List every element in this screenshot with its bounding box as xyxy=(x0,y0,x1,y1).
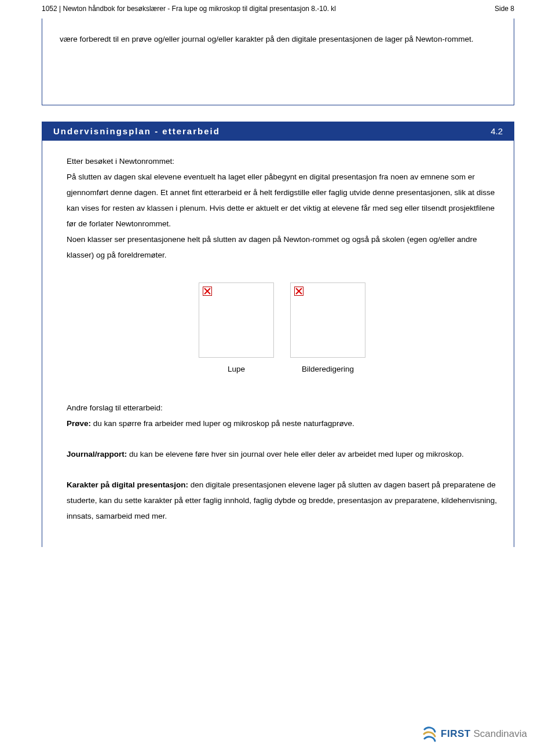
journal-label: Journal/rapport: xyxy=(67,450,127,458)
header-left: 1052 | Newton håndbok for besøkslærer - … xyxy=(42,5,336,13)
broken-image-icon xyxy=(203,287,212,296)
section-title: Undervisningsplan - etterarbeid xyxy=(53,126,220,136)
broken-image-icon xyxy=(294,287,303,296)
section-header-bar: Undervisningsplan - etterarbeid 4.2 xyxy=(42,122,514,141)
broken-image-placeholder xyxy=(199,282,274,358)
journal-line: Journal/rapport: du kan be elevene føre … xyxy=(67,446,498,462)
logo-text: FIRST Scandinavia xyxy=(441,728,527,740)
prove-label: Prøve: xyxy=(67,419,91,428)
broken-image-placeholder xyxy=(290,282,365,358)
intro-line: Etter besøket i Newtonrommet: xyxy=(67,153,498,169)
logo-icon xyxy=(422,726,437,742)
logo-brand-first: FIRST xyxy=(441,728,471,739)
paragraph-1: På slutten av dagen skal elevene eventue… xyxy=(67,169,498,232)
karakter-label: Karakter på digital presentasjon: xyxy=(67,480,188,489)
box1-text: være forberedt til en prøve og/eller jou… xyxy=(60,31,496,47)
journal-text: du kan be elevene føre hver sin journal … xyxy=(127,450,464,458)
page-header: 1052 | Newton håndbok for besøkslærer - … xyxy=(0,0,556,15)
top-bordered-box: være forberedt til en prøve og/eller jou… xyxy=(42,19,514,105)
captions-row: Lupe Bilderedigering xyxy=(67,361,498,377)
caption-2: Bilderedigering xyxy=(290,361,365,377)
footer-logo: FIRST Scandinavia xyxy=(422,726,527,742)
other-heading: Andre forslag til etterarbeid: xyxy=(67,400,498,416)
image-row xyxy=(67,282,498,358)
paragraph-2: Noen klasser ser presentasjonene helt på… xyxy=(67,232,498,263)
header-right: Side 8 xyxy=(495,5,514,13)
caption-1: Lupe xyxy=(199,361,274,377)
section-number: 4.2 xyxy=(491,126,503,136)
main-content-box: Etter besøket i Newtonrommet: På slutten… xyxy=(42,141,514,547)
logo-brand-scandinavia: Scandinavia xyxy=(471,728,527,739)
prove-line: Prøve: du kan spørre fra arbeider med lu… xyxy=(67,416,498,431)
prove-text: du kan spørre fra arbeider med luper og … xyxy=(91,419,354,428)
karakter-line: Karakter på digital presentasjon: den di… xyxy=(67,477,498,524)
